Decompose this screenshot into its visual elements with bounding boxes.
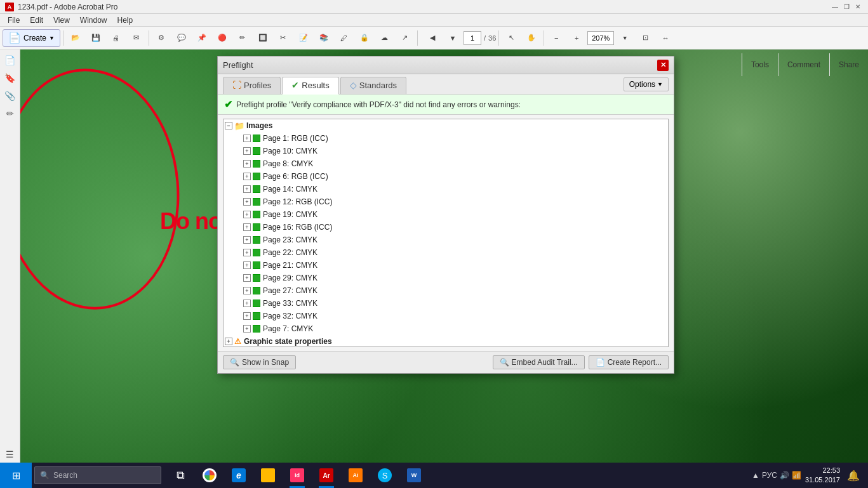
taskbar-chrome[interactable] [196,463,224,488]
maximize-button[interactable]: ❐ [841,3,851,11]
tools-tab-button[interactable]: Tools [742,53,778,76]
prev-page-button[interactable]: ◀ [423,29,442,47]
expand-icon: + [243,300,251,307]
create-report-button[interactable]: 📄 Create Report... [589,355,669,369]
page-number-input[interactable] [464,31,481,45]
tab-results[interactable]: ✔ Results [282,77,338,95]
tree-item-images[interactable]: − 📁 Images [224,119,668,132]
sticky-note-button[interactable]: 📌 [192,29,211,47]
tree-label: Page 19: CMYK [263,210,317,219]
tree-item-page33[interactable]: + Page 33: CMYK [224,297,668,310]
markup-button[interactable]: 🔲 [253,29,272,47]
tree-item-page12[interactable]: + Page 12: RGB (ICC) [224,195,668,208]
protect-button[interactable]: 🔒 [355,29,374,47]
options-button[interactable]: Options ▼ [624,77,669,91]
tree-item-page1[interactable]: + Page 1: RGB (ICC) [224,132,668,145]
tray-arrow[interactable]: ▲ [752,471,759,480]
taskbar-task-view[interactable]: ⧉ [166,463,194,488]
minimize-button[interactable]: — [830,3,840,11]
taskbar-word[interactable]: W [400,463,428,488]
tree-area[interactable]: − 📁 Images + Page 1: RGB (ICC) + Page 10… [223,119,669,347]
fit-page-button[interactable]: ⊡ [636,29,655,47]
tree-item-page16[interactable]: + Page 16: RGB (ICC) [224,221,668,234]
tree-item-page21[interactable]: + Page 21: CMYK [224,259,668,272]
taskbar-explorer[interactable] [254,463,282,488]
zoom-dropdown-button[interactable]: ▼ [615,29,634,47]
tree-item-page8[interactable]: + Page 8: CMYK [224,157,668,170]
side-bookmark-button[interactable]: 🔖 [2,70,18,86]
sign-button[interactable]: 🖊 [335,29,354,47]
tree-item-graphic[interactable]: + ⚠ Graphic state properties [224,335,668,347]
side-layers-button[interactable]: ☰ [2,446,18,463]
menu-view[interactable]: View [48,15,75,26]
tree-item-page22[interactable]: + Page 22: CMYK [224,246,668,259]
search-placeholder: Search [53,471,77,480]
search-bar[interactable]: 🔍 Search [34,466,161,484]
cloud-button[interactable]: ☁ [375,29,394,47]
settings-button[interactable]: ⚙ [152,29,171,47]
zoom-input[interactable] [587,31,614,45]
menu-file[interactable]: File [3,15,25,26]
select-tool-button[interactable]: ↖ [502,29,521,47]
forms-button[interactable]: 📝 [294,29,313,47]
open-button[interactable]: 📂 [66,29,85,47]
status-message: Preflight profile "Verify compliance wit… [236,100,521,109]
clock-time: 22:53 [805,466,840,475]
show-snap-button[interactable]: 🔍 Show in Snap [223,355,296,369]
hand-tool-button[interactable]: ✋ [522,29,541,47]
combine-button[interactable]: 📚 [314,29,333,47]
taskbar-acrobat[interactable]: Ar [312,463,340,488]
save-button[interactable]: 💾 [86,29,105,47]
side-page-button[interactable]: 📄 [2,52,18,69]
create-button[interactable]: 📄 Create ▼ [3,29,60,47]
embed-audit-button[interactable]: 🔍 Embed Audit Trail... [493,355,585,369]
next-page-button[interactable]: ▼ [443,29,462,47]
taskbar-indesign[interactable]: Id [283,463,311,488]
tree-label: Page 7: CMYK [263,324,313,333]
tree-item-page19[interactable]: + Page 19: CMYK [224,208,668,221]
side-annot-button[interactable]: ✏ [2,105,18,122]
highlight-button[interactable]: ✏ [233,29,252,47]
tray-network[interactable]: 📶 [792,471,801,480]
dialog-title: Preflight [223,60,253,70]
dialog-close-button[interactable]: ✕ [657,60,669,71]
comment-tab-button[interactable]: Comment [778,53,829,76]
share-tab-button[interactable]: Share [829,53,868,76]
notification-button[interactable]: 🔔 [844,463,863,488]
taskbar-skype[interactable]: S [371,463,399,488]
tree-label: Page 21: CMYK [263,261,317,270]
crop-button[interactable]: ✂ [274,29,293,47]
taskbar-edge[interactable]: e [225,463,253,488]
menu-help[interactable]: Help [112,15,138,26]
tree-item-page14[interactable]: + Page 14: CMYK [224,183,668,195]
email-button[interactable]: ✉ [127,29,146,47]
tree-item-page23[interactable]: + Page 23: CMYK [224,234,668,246]
side-attach-button[interactable]: 📎 [2,88,18,104]
tree-item-page27[interactable]: + Page 27: CMYK [224,284,668,297]
tab-standards[interactable]: ◇ Standards [340,77,406,94]
share-doc-button[interactable]: ↗ [396,29,415,47]
zoom-out-button[interactable]: − [547,29,566,47]
close-button[interactable]: ✕ [853,3,863,11]
tree-item-page7[interactable]: + Page 7: CMYK [224,322,668,335]
stamp-button[interactable]: 🔴 [213,29,232,47]
tree-item-page32[interactable]: + Page 32: CMYK [224,310,668,322]
expand-icon: + [243,147,251,155]
start-button[interactable]: ⊞ [0,463,32,488]
fit-width-button[interactable]: ↔ [656,29,675,47]
print-button[interactable]: 🖨 [107,29,126,47]
tab-profiles[interactable]: ⛶ Profiles [223,77,281,94]
tray-volume[interactable]: 🔊 [780,471,789,480]
tree-item-page6[interactable]: + Page 6: RGB (ICC) [224,170,668,183]
tree-label: Page 8: CMYK [263,159,313,168]
toolbar: 📄 Create ▼ 📂 💾 🖨 ✉ ⚙ 💬 📌 🔴 ✏ 🔲 ✂ 📝 📚 🖊 🔒… [0,27,868,49]
taskbar-illustrator[interactable]: Ai [342,463,370,488]
menu-window[interactable]: Window [75,15,112,26]
tree-item-page29[interactable]: + Page 29: CMYK [224,272,668,284]
tree-item-page10[interactable]: + Page 10: CMYK [224,145,668,157]
menu-edit[interactable]: Edit [25,15,48,26]
comment-add-button[interactable]: 💬 [172,29,191,47]
clock[interactable]: 22:53 31.05.2017 [805,466,840,485]
expand-icon: + [243,325,251,333]
zoom-in-button[interactable]: + [567,29,586,47]
